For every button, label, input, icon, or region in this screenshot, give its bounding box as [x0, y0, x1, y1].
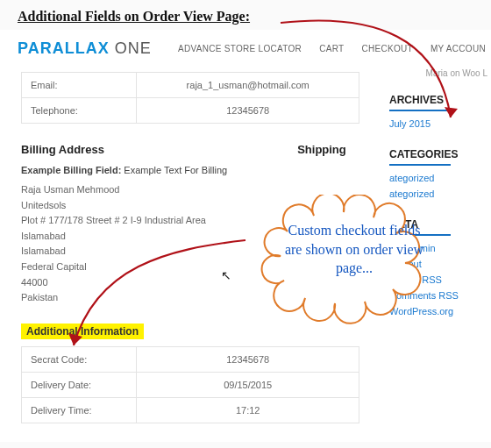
addr-line: Pakistan — [21, 290, 227, 306]
secret-code-value: 12345678 — [137, 346, 359, 372]
top-nav: PARALLAX ONE ADVANCE STORE LOCATOR CART … — [0, 30, 491, 67]
billing-lines: Raja Usman Mehmood Unitedsols Plot # 177… — [21, 182, 227, 306]
meta-heading: META — [389, 218, 491, 231]
nav-links: ADVANCE STORE LOCATOR CART CHECKOUT MY A… — [178, 44, 491, 53]
telephone-value: 12345678 — [137, 98, 359, 124]
meta-link-logout[interactable]: Log out — [389, 259, 491, 269]
delivery-time-label: Delivery Time: — [22, 397, 137, 423]
addr-line: Islamabad — [21, 244, 227, 260]
email-value: raja_1_usman@hotmail.com — [137, 73, 359, 98]
nav-cart[interactable]: CART — [319, 44, 344, 53]
nav-checkout[interactable]: CHECKOUT — [361, 44, 413, 53]
category-link[interactable]: ategorized — [389, 188, 491, 199]
shipping-address: Shipping Fed Pakist — [297, 136, 346, 306]
contact-table: Email: raja_1_usman@hotmail.com Telephon… — [21, 72, 359, 124]
divider — [389, 110, 451, 111]
archive-link[interactable]: July 2015 — [389, 118, 491, 129]
addr-line: Islamabad — [21, 229, 227, 245]
recent-comment: Maria on Woo L — [389, 68, 491, 78]
content-row: Email: raja_1_usman@hotmail.com Telephon… — [0, 67, 491, 436]
addr-line: Pakist — [297, 265, 346, 281]
delivery-time-value: 17:12 — [137, 397, 359, 423]
category-link[interactable]: ategorized — [389, 173, 491, 183]
divider — [389, 234, 451, 236]
table-row: Secrat Code: 12345678 — [22, 346, 359, 372]
site-logo[interactable]: PARALLAX ONE — [0, 39, 152, 58]
delivery-date-value: 09/15/2015 — [137, 372, 359, 397]
addr-line: Fed — [297, 249, 346, 265]
table-row: Email: raja_1_usman@hotmail.com — [22, 73, 359, 98]
delivery-date-label: Delivery Date: — [22, 372, 137, 397]
sidebar: Maria on Woo L ARCHIVES July 2015 CATEGO… — [389, 67, 491, 436]
secret-code-label: Secrat Code: — [22, 346, 137, 372]
addr-line: 44000 — [21, 275, 227, 291]
annotation-heading-text: Additional Fields on Order View Page: — [18, 9, 250, 24]
addr-line: Raja Usman Mehmood — [21, 182, 227, 198]
logo-suffix: ONE — [110, 39, 152, 57]
addr-line: Unitedsols — [21, 198, 227, 214]
meta-link-comments[interactable]: Comments RSS — [389, 290, 491, 301]
telephone-label: Telephone: — [22, 98, 137, 124]
shipping-title: Shipping — [297, 143, 346, 156]
address-row: Billing Address Example Billing Field: E… — [21, 136, 389, 306]
meta-link-admin[interactable]: Site Admin — [389, 243, 491, 253]
main-column: Email: raja_1_usman@hotmail.com Telephon… — [0, 67, 389, 436]
table-row: Delivery Time: 17:12 — [22, 397, 359, 423]
additional-info-table: Secrat Code: 12345678 Delivery Date: 09/… — [21, 346, 359, 423]
addr-line: Plot # 177/178 Street # 2 I-9 Industrial… — [21, 213, 227, 229]
billing-title: Billing Address — [21, 143, 227, 156]
meta-link-wp[interactable]: WordPress.org — [389, 306, 491, 316]
categories-heading: CATEGORIES — [389, 148, 491, 160]
nav-my-account[interactable]: MY ACCOUN — [431, 44, 486, 53]
annotation-heading: Additional Fields on Order View Page: — [0, 0, 491, 30]
page: PARALLAX ONE ADVANCE STORE LOCATOR CART … — [0, 30, 491, 442]
table-row: Telephone: 12345678 — [22, 98, 359, 124]
nav-store-locator[interactable]: ADVANCE STORE LOCATOR — [178, 44, 302, 53]
billing-custom-field: Example Billing Field: Example Text For … — [21, 165, 227, 175]
shipping-lines: Fed Pakist — [297, 249, 346, 280]
logo-brand: PARALLAX — [18, 39, 110, 57]
divider — [389, 164, 451, 166]
additional-info-heading: Additional Information — [21, 324, 144, 339]
archives-heading: ARCHIVES — [389, 94, 491, 106]
billing-address: Billing Address Example Billing Field: E… — [21, 136, 227, 306]
addr-line: Federal Capital — [21, 260, 227, 275]
billing-custom-label: Example Billing Field: — [21, 165, 121, 175]
meta-link-entries[interactable]: Entries RSS — [389, 274, 491, 285]
table-row: Delivery Date: 09/15/2015 — [22, 372, 359, 397]
billing-custom-value: Example Text For Billing — [124, 165, 227, 175]
email-label: Email: — [22, 73, 137, 98]
